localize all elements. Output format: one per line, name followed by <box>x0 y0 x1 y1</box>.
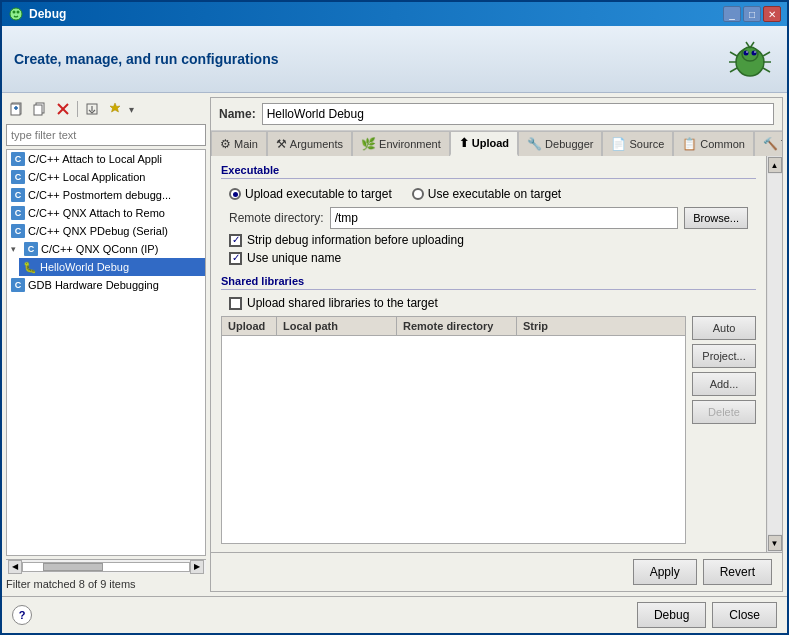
radio-use-circle <box>412 188 424 200</box>
apply-button[interactable]: Apply <box>633 559 697 585</box>
duplicate-button[interactable] <box>29 99 51 119</box>
c-icon: C <box>11 188 25 202</box>
bug-logo-icon <box>725 34 775 84</box>
export-button[interactable] <box>81 99 103 119</box>
svg-line-9 <box>730 52 737 56</box>
strip-label: Strip debug information before uploading <box>247 233 464 247</box>
svg-point-1 <box>13 11 16 14</box>
radio-upload-target[interactable]: Upload executable to target <box>229 187 392 201</box>
tab-debugger[interactable]: 🔧 Debugger <box>518 131 602 156</box>
project-button[interactable]: Project... <box>692 344 756 368</box>
th-strip: Strip <box>517 317 685 335</box>
new-config-button[interactable] <box>6 99 28 119</box>
unique-check-row: Use unique name <box>221 249 756 267</box>
svg-point-2 <box>17 11 20 14</box>
radio-use-target[interactable]: Use executable on target <box>412 187 561 201</box>
shared-libs-title: Shared libraries <box>221 275 756 290</box>
close-footer-button[interactable]: Close <box>712 602 777 628</box>
common-tab-icon: 📋 <box>682 137 697 151</box>
debug-button[interactable]: Debug <box>637 602 706 628</box>
h-scroll-thumb[interactable] <box>43 563 103 571</box>
th-upload: Upload <box>222 317 277 335</box>
tree-item-qconn[interactable]: ▾ C C/C++ QNX QConn (IP) <box>7 240 205 258</box>
bottom-bar: Apply Revert <box>211 552 782 591</box>
executable-section-title: Executable <box>221 164 756 179</box>
footer-buttons: Debug Close <box>637 602 777 628</box>
config-tree: C C/C++ Attach to Local Appli C C/C++ Lo… <box>6 149 206 556</box>
toolbar-sep <box>77 101 78 117</box>
tree-item[interactable]: C C/C++ Attach to Local Appli <box>7 150 205 168</box>
tab-main[interactable]: ⚙ Main <box>211 131 267 156</box>
radio-row: Upload executable to target Use executab… <box>221 183 756 205</box>
c-icon: C <box>24 242 38 256</box>
upload-shared-label: Upload shared libraries to the target <box>247 296 438 310</box>
tree-item[interactable]: C C/C++ QNX Attach to Remo <box>7 204 205 222</box>
c-icon: C <box>11 224 25 238</box>
unique-checkbox[interactable] <box>229 252 242 265</box>
v-scroll-track[interactable] <box>768 174 782 534</box>
title-bar-left: Debug <box>8 6 66 22</box>
svg-rect-22 <box>34 105 42 115</box>
radio-upload-circle <box>229 188 241 200</box>
close-button[interactable]: ✕ <box>763 6 781 22</box>
tree-item-helloworld[interactable]: 🐛 HelloWorld Debug <box>19 258 205 276</box>
scroll-left-button[interactable]: ◀ <box>8 560 22 574</box>
radio-use-label: Use executable on target <box>428 187 561 201</box>
h-scroll-track[interactable] <box>22 562 190 572</box>
tab-arguments[interactable]: ⚒ Arguments <box>267 131 352 156</box>
debug-window: Debug _ □ ✕ Create, manage, and run conf… <box>0 0 789 635</box>
title-controls: _ □ ✕ <box>723 6 781 22</box>
libs-table-area: Upload Local path Remote directory Strip… <box>221 316 756 544</box>
tabs-row: ⚙ Main ⚒ Arguments 🌿 Environment ⬆ Uploa… <box>211 131 782 156</box>
table-body <box>222 336 685 543</box>
tab-content-upload: Executable Upload executable to target U… <box>211 156 782 591</box>
upload-shared-checkbox[interactable] <box>229 297 242 310</box>
configure-button[interactable] <box>104 99 126 119</box>
add-button[interactable]: Add... <box>692 372 756 396</box>
tab-source[interactable]: 📄 Source <box>602 131 673 156</box>
vertical-scrollbar: ▲ ▼ <box>766 156 782 552</box>
strip-check-row: Strip debug information before uploading <box>221 231 756 249</box>
minimize-button[interactable]: _ <box>723 6 741 22</box>
name-input[interactable] <box>262 103 774 125</box>
scroll-down-button[interactable]: ▼ <box>768 535 782 551</box>
remote-dir-row: Remote directory: Browse... <box>221 205 756 231</box>
tab-upload[interactable]: ⬆ Upload <box>450 131 518 156</box>
svg-point-8 <box>754 51 756 53</box>
tree-item[interactable]: C C/C++ Local Application <box>7 168 205 186</box>
strip-checkbox[interactable] <box>229 234 242 247</box>
tree-item[interactable]: C C/C++ QNX PDebug (Serial) <box>7 222 205 240</box>
upload-shared-row: Upload shared libraries to the target <box>221 294 756 312</box>
svg-line-12 <box>763 52 770 56</box>
right-panel: Name: ⚙ Main ⚒ Arguments 🌿 Environment <box>210 97 783 592</box>
tab-common[interactable]: 📋 Common <box>673 131 754 156</box>
tree-item-gdb[interactable]: C GDB Hardware Debugging <box>7 276 205 294</box>
maximize-button[interactable]: □ <box>743 6 761 22</box>
auto-button[interactable]: Auto <box>692 316 756 340</box>
upload-panel: Executable Upload executable to target U… <box>211 156 766 552</box>
title-bar: Debug _ □ ✕ <box>2 2 787 26</box>
horizontal-scrollbar: ◀ ▶ <box>6 559 206 573</box>
scroll-up-button[interactable]: ▲ <box>768 157 782 173</box>
scroll-right-button[interactable]: ▶ <box>190 560 204 574</box>
c-icon: C <box>11 170 25 184</box>
executable-section: Executable Upload executable to target U… <box>221 164 756 267</box>
title-text: Debug <box>29 7 66 21</box>
delete-button[interactable]: Delete <box>692 400 756 424</box>
remote-dir-label: Remote directory: <box>229 211 324 225</box>
c-icon: C <box>11 278 25 292</box>
filter-input[interactable] <box>6 124 206 146</box>
remote-dir-input[interactable] <box>330 207 678 229</box>
tree-item[interactable]: C C/C++ Postmortem debugg... <box>7 186 205 204</box>
main-tab-icon: ⚙ <box>220 137 231 151</box>
delete-button[interactable] <box>52 99 74 119</box>
tab-environment[interactable]: 🌿 Environment <box>352 131 450 156</box>
env-tab-icon: 🌿 <box>361 137 376 151</box>
revert-button[interactable]: Revert <box>703 559 772 585</box>
help-button[interactable]: ? <box>12 605 32 625</box>
footer: ? Debug Close <box>2 596 787 633</box>
browse-button[interactable]: Browse... <box>684 207 748 229</box>
svg-point-0 <box>10 8 22 20</box>
left-panel: ▾ C C/C++ Attach to Local Appli C C/C++ … <box>6 97 206 592</box>
tab-tools[interactable]: 🔨 Tools <box>754 131 783 156</box>
